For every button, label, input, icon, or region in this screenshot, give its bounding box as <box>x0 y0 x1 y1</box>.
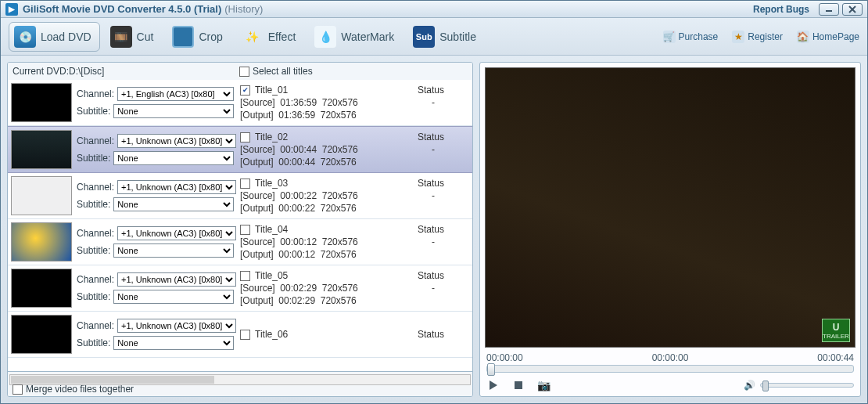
merge-checkbox[interactable] <box>13 384 23 395</box>
title-row[interactable]: Channel:+1, Unknown (AC3) [0x80]Subtitle… <box>8 173 472 219</box>
row-info: Title_05Status[Source] 00:02:29 720x576-… <box>235 267 472 309</box>
output-line: [Output] 01:36:59 720x576 <box>240 110 468 121</box>
row-info: Title_04Status[Source] 00:00:12 720x576-… <box>235 221 472 263</box>
svg-marker-3 <box>490 381 497 390</box>
status-header: Status <box>418 178 468 189</box>
report-bugs-link[interactable]: Report Bugs <box>753 4 809 15</box>
row-meta: Channel:+1, Unknown (AC3) [0x80]Subtitle… <box>75 267 235 309</box>
player-controls: 📷 🔊 <box>480 377 860 396</box>
output-line: [Output] 00:00:12 720x576 <box>240 249 468 260</box>
channel-select[interactable]: +1, Unknown (AC3) [0x80] <box>117 272 236 287</box>
subtitle-select[interactable]: None <box>113 290 234 304</box>
row-meta: Channel:+1, English (AC3) [0x80]Subtitle… <box>75 81 235 124</box>
channel-select[interactable]: +1, Unknown (AC3) [0x80] <box>117 180 236 194</box>
select-all-checkbox[interactable] <box>239 67 249 77</box>
subtitle-label: Subtitle: <box>77 106 110 117</box>
subtitle-label: Subtitle: <box>77 291 110 302</box>
channel-label: Channel: <box>77 320 114 331</box>
subtitle-button[interactable]: Sub Subtitle <box>407 22 485 52</box>
close-button[interactable] <box>842 3 863 16</box>
source-line: [Source] 01:36:59 720x576- <box>240 97 468 108</box>
subtitle-label: Subtitle: <box>77 337 110 348</box>
channel-select[interactable]: +1, Unknown (AC3) [0x80] <box>117 134 236 148</box>
crop-button[interactable]: Crop <box>167 22 231 52</box>
cut-button[interactable]: 🎞️ Cut <box>105 22 163 52</box>
channel-select[interactable]: +1, Unknown (AC3) [0x80] <box>117 319 236 333</box>
purchase-link[interactable]: 🛒 Purchase <box>663 31 719 43</box>
play-button[interactable] <box>486 379 500 391</box>
subtitle-select[interactable]: None <box>113 104 234 118</box>
volume-icon: 🔊 <box>744 380 755 391</box>
volume-control[interactable]: 🔊 <box>744 380 854 391</box>
main-toolbar: 💿 Load DVD 🎞️ Cut Crop ✨ Effect 💧 WaterM… <box>1 18 867 56</box>
rating-badge: U TRAILER <box>822 319 850 342</box>
preview-panel: U TRAILER 00:00:00 00:00:00 00:00:44 📷 🔊 <box>479 62 861 397</box>
title-checkbox[interactable] <box>240 330 250 340</box>
cut-label: Cut <box>137 31 154 43</box>
titlebar: ▶ GiliSoft Movie DVD Converter 4.5.0 (Tr… <box>1 1 867 18</box>
title-list[interactable]: Channel:+1, English (AC3) [0x80]Subtitle… <box>8 80 472 371</box>
volume-slider[interactable] <box>760 383 854 388</box>
load-dvd-button[interactable]: 💿 Load DVD <box>9 22 100 52</box>
merge-option[interactable]: Merge video files together <box>13 384 134 395</box>
homepage-label: HomePage <box>812 31 859 42</box>
select-all-label: Select all titles <box>253 66 313 77</box>
minimize-button[interactable] <box>819 3 839 16</box>
register-link[interactable]: ★ Register <box>732 31 783 43</box>
title-row[interactable]: Channel:+1, Unknown (AC3) [0x80]Subtitle… <box>8 219 472 265</box>
homepage-link[interactable]: 🏠 HomePage <box>797 31 859 43</box>
camera-icon: 📷 <box>537 379 551 391</box>
subtitle-select[interactable]: None <box>113 243 234 258</box>
thumbnail <box>11 269 72 308</box>
title-row[interactable]: Channel:+1, Unknown (AC3) [0x80]Subtitle… <box>8 126 472 173</box>
watermark-label: WaterMark <box>341 31 394 43</box>
list-footer: Merge video files together <box>8 371 472 396</box>
select-all-titles[interactable]: Select all titles <box>239 66 313 77</box>
status-header: Status <box>418 270 468 281</box>
row-meta: Channel:+1, Unknown (AC3) [0x80]Subtitle… <box>75 313 235 355</box>
thumbnail <box>11 176 72 215</box>
thumbnail <box>11 83 72 122</box>
register-label: Register <box>748 31 783 42</box>
subtitle-select[interactable]: None <box>113 151 234 165</box>
thumbnail <box>11 222 72 262</box>
effect-button[interactable]: ✨ Effect <box>236 22 305 52</box>
status-header: Status <box>418 85 468 96</box>
channel-label: Channel: <box>77 135 114 146</box>
star-icon: ★ <box>732 31 744 43</box>
status-value: - <box>432 283 468 294</box>
current-dvd-path: Current DVD:D:\[Disc] <box>13 66 239 77</box>
output-line: [Output] 00:00:44 720x576 <box>240 157 468 168</box>
subtitle-label: Subtitle <box>439 31 476 43</box>
title-checkbox[interactable]: ✔ <box>240 85 250 96</box>
title-name: Title_06 <box>255 329 288 340</box>
purchase-label: Purchase <box>679 31 719 42</box>
thumbnail <box>11 130 72 169</box>
subtitle-select[interactable]: None <box>113 336 234 350</box>
source-line: [Source] 00:00:44 720x576- <box>240 144 468 155</box>
thumbnail <box>11 315 72 354</box>
effect-label: Effect <box>268 31 296 43</box>
title-row[interactable]: Channel:+1, Unknown (AC3) [0x80]Subtitle… <box>8 265 472 312</box>
watermark-button[interactable]: 💧 WaterMark <box>309 22 403 52</box>
title-checkbox[interactable] <box>240 271 250 281</box>
title-name: Title_03 <box>255 178 288 189</box>
title-checkbox[interactable] <box>240 179 250 189</box>
snapshot-button[interactable]: 📷 <box>536 379 551 391</box>
subtitle-icon: Sub <box>413 26 435 48</box>
stop-button[interactable] <box>511 379 525 391</box>
title-checkbox[interactable] <box>240 132 250 142</box>
title-row[interactable]: Channel:+1, English (AC3) [0x80]Subtitle… <box>8 80 472 126</box>
title-name: Title_05 <box>255 270 288 281</box>
output-line: [Output] 00:02:29 720x576 <box>240 295 468 306</box>
title-row[interactable]: Channel:+1, Unknown (AC3) [0x80]Subtitle… <box>8 312 472 358</box>
title-checkbox[interactable] <box>240 225 250 235</box>
seek-slider[interactable] <box>486 365 854 373</box>
row-info: Title_03Status[Source] 00:00:22 720x576-… <box>235 175 472 217</box>
time-left: 00:00:00 <box>486 352 523 363</box>
cart-icon: 🛒 <box>663 31 676 43</box>
channel-select[interactable]: +1, English (AC3) [0x80] <box>117 87 234 101</box>
channel-select[interactable]: +1, Unknown (AC3) [0x80] <box>117 226 236 240</box>
subtitle-select[interactable]: None <box>113 197 234 211</box>
video-preview[interactable]: U TRAILER <box>485 67 855 348</box>
